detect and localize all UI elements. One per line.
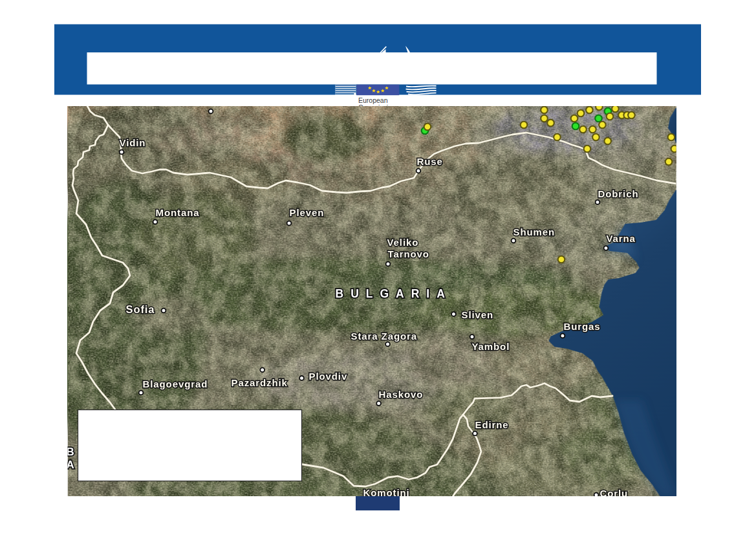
svg-text:Pazardzhik: Pazardzhik bbox=[232, 377, 288, 388]
svg-text:Pleven: Pleven bbox=[290, 207, 325, 218]
svg-text:Yambol: Yambol bbox=[472, 341, 510, 352]
svg-text:BULGARIA: BULGARIA bbox=[336, 287, 452, 300]
svg-text:Burgas: Burgas bbox=[564, 321, 601, 332]
svg-text:Stara Zagora: Stara Zagora bbox=[351, 331, 418, 342]
svg-text:Dobrich: Dobrich bbox=[598, 188, 639, 199]
svg-text:Varna: Varna bbox=[607, 233, 636, 244]
svg-text:Vidin: Vidin bbox=[120, 137, 146, 148]
svg-text:Sliven: Sliven bbox=[462, 309, 494, 320]
svg-text:Blagoevgrad: Blagoevgrad bbox=[143, 378, 208, 389]
svg-text:Edirne: Edirne bbox=[475, 419, 509, 430]
svg-text:Plovdiv: Plovdiv bbox=[309, 371, 348, 382]
svg-text:Haskovo: Haskovo bbox=[379, 389, 424, 400]
svg-text:Shumen: Shumen bbox=[513, 226, 556, 237]
svg-text:Tarnovo: Tarnovo bbox=[388, 248, 429, 259]
svg-text:Montana: Montana bbox=[156, 207, 200, 218]
svg-text:Komotini: Komotini bbox=[363, 487, 410, 498]
svg-text:Sofia: Sofia bbox=[126, 303, 155, 315]
svg-text:Veliko: Veliko bbox=[387, 237, 419, 248]
svg-text:Ruse: Ruse bbox=[417, 156, 443, 167]
